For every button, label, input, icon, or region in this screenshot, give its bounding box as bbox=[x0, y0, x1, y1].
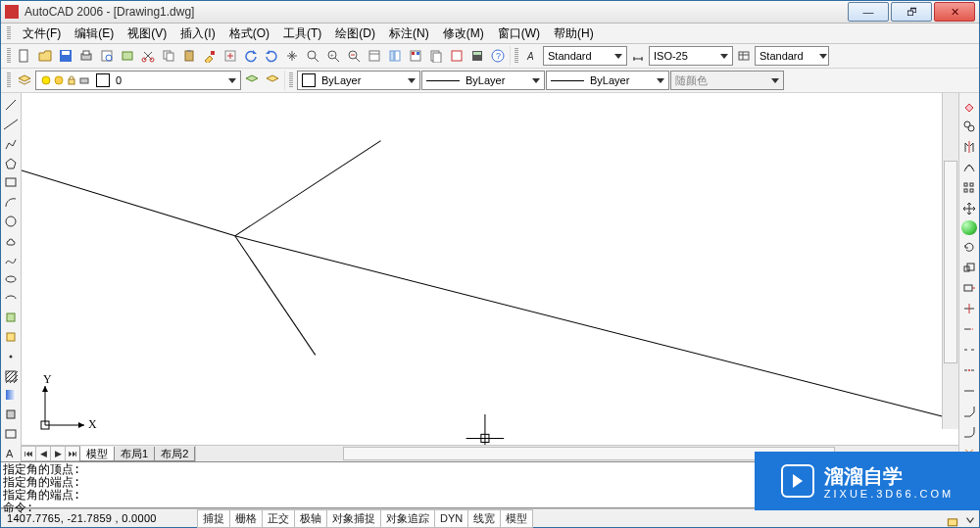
insert-block-icon[interactable] bbox=[2, 310, 20, 326]
maximize-button[interactable]: 🗗 bbox=[891, 2, 932, 22]
hatch-icon[interactable] bbox=[2, 367, 20, 384]
scale-icon[interactable] bbox=[959, 259, 979, 276]
tab-layout2[interactable]: 布局2 bbox=[154, 447, 195, 461]
layer-dropdown[interactable]: 0 bbox=[35, 71, 241, 90]
table-icon[interactable] bbox=[2, 425, 20, 442]
extend-icon[interactable] bbox=[959, 320, 979, 338]
rotate-icon[interactable] bbox=[959, 238, 979, 256]
menu-draw[interactable]: 绘图(D) bbox=[329, 24, 381, 43]
rectangle-icon[interactable] bbox=[2, 174, 20, 191]
save-icon[interactable] bbox=[56, 46, 75, 66]
line-icon[interactable] bbox=[2, 97, 20, 114]
spline-icon[interactable] bbox=[2, 252, 20, 268]
pline-icon[interactable] bbox=[2, 135, 20, 152]
tray-chevron-icon[interactable] bbox=[962, 512, 978, 526]
gradient-icon[interactable] bbox=[2, 387, 20, 404]
qnew-icon[interactable] bbox=[15, 46, 34, 66]
menu-insert[interactable]: 插入(I) bbox=[174, 24, 220, 43]
undo-icon[interactable] bbox=[241, 46, 261, 66]
pan-icon[interactable] bbox=[282, 46, 302, 66]
offset-icon[interactable] bbox=[959, 159, 979, 176]
menu-file[interactable]: 文件(F) bbox=[17, 24, 67, 43]
layer-prev-icon[interactable] bbox=[242, 71, 262, 90]
open-icon[interactable] bbox=[35, 46, 55, 66]
lineweight-dropdown[interactable]: ByLayer bbox=[546, 71, 669, 90]
blockeditor-icon[interactable] bbox=[220, 46, 240, 66]
chamfer-icon[interactable] bbox=[959, 403, 979, 420]
cut-icon[interactable] bbox=[138, 46, 158, 66]
drag-handle[interactable] bbox=[7, 48, 11, 64]
point-icon[interactable] bbox=[2, 349, 20, 365]
linetype-dropdown[interactable]: ByLayer bbox=[421, 71, 545, 90]
circle-icon[interactable] bbox=[2, 213, 20, 229]
zoom-realtime-icon[interactable] bbox=[303, 46, 322, 66]
first-tab-icon[interactable]: ⏮ bbox=[21, 446, 36, 461]
publish-icon[interactable] bbox=[118, 46, 137, 66]
dim-style-dropdown[interactable]: ISO-25 bbox=[649, 46, 733, 66]
tab-nav-buttons[interactable]: ⏮ ◀ ▶ ⏭ bbox=[22, 446, 80, 461]
next-tab-icon[interactable]: ▶ bbox=[50, 446, 66, 461]
mtext-icon[interactable]: A bbox=[2, 445, 20, 461]
redo-icon[interactable] bbox=[262, 46, 281, 66]
prev-tab-icon[interactable]: ◀ bbox=[35, 446, 51, 461]
arc-icon[interactable] bbox=[2, 194, 20, 211]
break-icon[interactable] bbox=[959, 361, 979, 379]
copy-icon[interactable] bbox=[159, 46, 178, 66]
tab-model[interactable]: 模型 bbox=[79, 447, 115, 461]
fillet-icon[interactable] bbox=[959, 423, 979, 441]
menu-tools[interactable]: 工具(T) bbox=[277, 24, 327, 43]
make-block-icon[interactable] bbox=[2, 329, 20, 346]
table-style-dropdown[interactable]: Standard bbox=[755, 46, 829, 66]
array-icon[interactable] bbox=[959, 179, 979, 197]
menu-window[interactable]: 窗口(W) bbox=[492, 24, 546, 43]
vertical-scrollbar[interactable] bbox=[942, 93, 958, 429]
drag-handle[interactable] bbox=[7, 72, 11, 88]
dim-style-icon[interactable] bbox=[628, 46, 648, 66]
toolpalettes-icon[interactable] bbox=[406, 46, 425, 66]
join-icon[interactable] bbox=[959, 382, 979, 400]
markup-icon[interactable] bbox=[447, 46, 466, 66]
menu-edit[interactable]: 编辑(E) bbox=[69, 24, 120, 43]
paste-icon[interactable] bbox=[179, 46, 199, 66]
drag-handle[interactable] bbox=[7, 26, 11, 40]
minimize-button[interactable]: — bbox=[848, 2, 889, 22]
last-tab-icon[interactable]: ⏭ bbox=[65, 446, 80, 461]
move-icon[interactable] bbox=[959, 200, 979, 217]
drawing-canvas[interactable]: X Y bbox=[22, 93, 958, 445]
sheetset-icon[interactable] bbox=[426, 46, 446, 66]
drag-handle[interactable] bbox=[514, 48, 518, 64]
comm-center-icon[interactable] bbox=[961, 220, 977, 234]
help-icon[interactable]: ? bbox=[488, 46, 508, 66]
color-dropdown[interactable]: ByLayer bbox=[297, 71, 420, 90]
zoom-prev-icon[interactable] bbox=[344, 46, 364, 66]
region-icon[interactable] bbox=[2, 407, 20, 423]
properties-icon[interactable] bbox=[365, 46, 384, 66]
quickcalc-icon[interactable] bbox=[467, 46, 487, 66]
copy-obj-icon[interactable] bbox=[959, 118, 979, 135]
drag-handle[interactable] bbox=[289, 72, 293, 88]
layer-state-icon[interactable] bbox=[263, 71, 282, 90]
plot-preview-icon[interactable] bbox=[97, 46, 117, 66]
revcloud-icon[interactable] bbox=[2, 232, 20, 249]
menu-help[interactable]: 帮助(H) bbox=[548, 24, 600, 43]
menu-dimension[interactable]: 标注(N) bbox=[383, 24, 435, 43]
menu-modify[interactable]: 修改(M) bbox=[437, 24, 490, 43]
plot-icon[interactable] bbox=[76, 46, 96, 66]
tab-layout1[interactable]: 布局1 bbox=[114, 447, 155, 461]
matchprop-icon[interactable] bbox=[200, 46, 220, 66]
zoom-window-icon[interactable]: + bbox=[323, 46, 343, 66]
ellipse-icon[interactable] bbox=[2, 271, 20, 288]
layer-manager-icon[interactable] bbox=[15, 71, 34, 90]
break-point-icon[interactable] bbox=[959, 341, 979, 359]
polygon-icon[interactable] bbox=[2, 155, 20, 171]
stretch-icon[interactable] bbox=[959, 279, 979, 297]
text-style-dropdown[interactable]: Standard bbox=[543, 46, 627, 66]
xline-icon[interactable] bbox=[2, 117, 20, 133]
designcenter-icon[interactable] bbox=[385, 46, 405, 66]
trim-icon[interactable] bbox=[959, 300, 979, 317]
menu-format[interactable]: 格式(O) bbox=[223, 24, 275, 43]
ellipse-arc-icon[interactable] bbox=[2, 290, 20, 307]
close-button[interactable]: ✕ bbox=[934, 2, 975, 22]
mirror-icon[interactable] bbox=[959, 138, 979, 156]
text-style-icon[interactable]: A bbox=[522, 46, 542, 66]
